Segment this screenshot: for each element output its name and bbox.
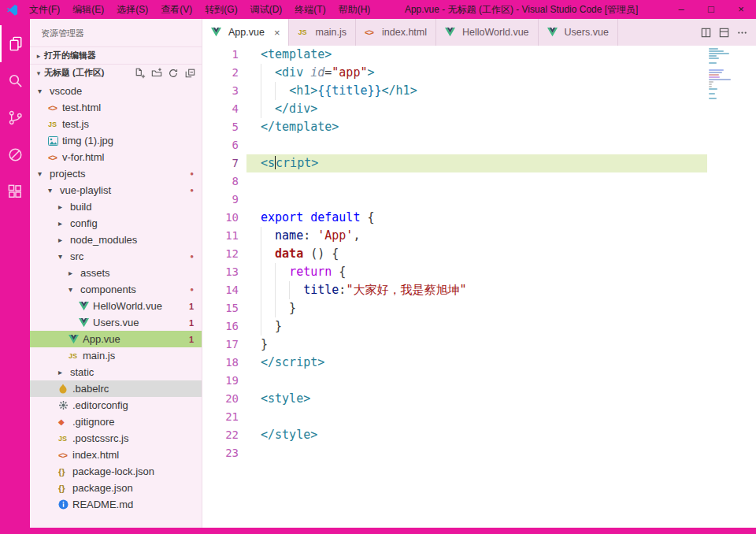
code-editor[interactable]: 1234567891011121314151617181920212223 <t… [202,46,756,528]
code-line[interactable]: <style> [246,390,707,408]
code-token [261,247,275,261]
code-line[interactable]: } [246,336,707,354]
tree-item-test-html[interactable]: <>test.html [30,99,202,116]
maximize-button[interactable]: □ [696,0,726,19]
tree-item-components[interactable]: ▾components● [30,281,202,298]
tree-item-vscode[interactable]: ▾vscode [30,83,202,99]
tab-app-vue[interactable]: App.vue× [202,19,289,46]
tree-item-readme-md[interactable]: README.md [30,496,202,513]
tree-item-postcssrc-js[interactable]: JS.postcssrc.js [30,430,202,447]
code-line[interactable] [246,408,707,426]
code-line[interactable]: return { [246,263,707,281]
tree-item-v-for-html[interactable]: <>v-for.html [30,149,202,165]
activity-bar-search[interactable] [0,62,30,99]
menu-item-2[interactable]: 选择(S) [110,0,154,19]
line-number: 5 [202,118,239,136]
menu-item-1[interactable]: 编辑(E) [66,0,110,19]
minimap-line [709,98,717,99]
tree-item-helloworld-vue[interactable]: HelloWorld.vue1 [30,298,202,314]
tab-index-html[interactable]: <>index.html [356,19,436,46]
editor-layout-button[interactable] [717,25,732,40]
tab-helloworld-vue[interactable]: HelloWorld.vue [436,19,539,46]
open-editors-section[interactable]: ▸ 打开的编辑器 [30,46,202,64]
code-line[interactable]: export default { [246,209,707,227]
menu-item-5[interactable]: 调试(D) [244,0,289,19]
code-line[interactable]: </style> [246,426,707,444]
code-line[interactable] [246,172,707,191]
code-line[interactable]: <h1>{{title}}</h1> [246,82,707,100]
menu-item-4[interactable]: 转到(G) [198,0,243,19]
chevron-down-icon: ▾ [58,252,69,261]
tree-item-main-js[interactable]: JSmain.js [30,347,202,364]
tree-item-label: .babelrc [72,383,109,395]
code-line[interactable] [246,444,707,462]
tree-item-package-lock-json[interactable]: {}package-lock.json [30,463,202,480]
activity-bar-debug[interactable] [0,136,30,173]
code-line[interactable]: </script> [246,354,707,372]
code-line[interactable]: <script> [246,154,707,172]
tree-item-assets[interactable]: ▸assets [30,265,202,281]
tree-item-projects[interactable]: ▾projects● [30,165,202,182]
minimize-button[interactable]: – [666,0,696,19]
collapse-all-button[interactable] [182,65,197,80]
more-actions-button[interactable] [735,25,750,40]
code-token [261,228,275,243]
code-line[interactable]: name: 'App', [246,227,707,245]
tab-main-js[interactable]: JSmain.js [289,19,356,46]
tree-item-users-vue[interactable]: Users.vue1 [30,314,202,331]
tree-item-static[interactable]: ▸static [30,364,202,380]
refresh-button[interactable] [165,65,180,80]
workspace-section[interactable]: ▾ 无标题 (工作区) [30,64,202,81]
indent-guide [261,299,261,317]
tree-item-src[interactable]: ▾src● [30,248,202,265]
code-line[interactable]: title:"大家好，我是蔡旭坤" [246,281,707,299]
activity-bar-extensions[interactable] [0,173,30,210]
tree-item-index-html[interactable]: <>index.html [30,447,202,463]
tree-item-package-json[interactable]: {}package.json [30,480,202,496]
minimap-line [709,81,713,83]
tree-item-vue-playlist[interactable]: ▾vue-playlist● [30,182,202,198]
menu-item-3[interactable]: 查看(V) [154,0,198,19]
tree-item-babelrc[interactable]: .babelrc [30,380,202,397]
tree-item-timg-1-jpg[interactable]: timg (1).jpg [30,132,202,149]
tree-item-node-modules[interactable]: ▸node_modules [30,232,202,248]
line-number: 9 [202,191,239,209]
code-line[interactable] [246,191,707,209]
code-token: "大家好，我是蔡旭坤" [346,283,466,297]
code-line[interactable]: </template> [246,118,707,136]
tab-users-vue[interactable]: Users.vue [539,19,618,46]
tree-item-label: test.html [62,102,101,113]
code-line[interactable]: data () { [246,245,707,263]
indent-guide [261,82,261,100]
activity-bar-explorer[interactable] [0,25,30,62]
tree-item-test-js[interactable]: JStest.js [30,116,202,132]
menu-item-6[interactable]: 终端(T) [288,0,332,19]
close-button[interactable]: × [726,0,756,19]
code-line[interactable]: </div> [246,100,707,118]
tree-item-gitignore[interactable]: ◆.gitignore [30,413,202,430]
tree-item-build[interactable]: ▸build [30,198,202,215]
menu-item-7[interactable]: 帮助(H) [332,0,377,19]
tree-item-editorconfig[interactable]: .editorconfig [30,397,202,413]
new-folder-button[interactable] [149,65,164,80]
activity-bar-source-control[interactable] [0,99,30,136]
code-area[interactable]: <template> <div id="app"> <h1>{{title}}<… [246,46,707,528]
split-editor-button[interactable] [699,25,713,40]
tab-actions [699,19,756,46]
code-line[interactable]: } [246,317,707,336]
code-line[interactable]: <div id="app"> [246,64,707,82]
tree-item-config[interactable]: ▸config [30,215,202,232]
close-tab-icon[interactable]: × [274,27,280,39]
tree-item-app-vue[interactable]: App.vue1 [30,331,202,347]
code-line[interactable] [246,372,707,390]
code-line[interactable]: } [246,299,707,317]
minimap[interactable] [709,48,748,102]
json-icon: {} [58,467,72,477]
explorer-sidebar: 资源管理器 ▸ 打开的编辑器 ▾ 无标题 (工作区) ▾vscode<>test… [30,19,202,528]
new-file-button[interactable] [132,65,147,80]
menu-item-0[interactable]: 文件(F) [23,0,66,19]
tree-item-label: vscode [50,85,82,97]
code-line[interactable]: <template> [246,46,707,64]
chevron-down-icon: ▾ [48,186,59,195]
code-line[interactable] [246,136,707,154]
